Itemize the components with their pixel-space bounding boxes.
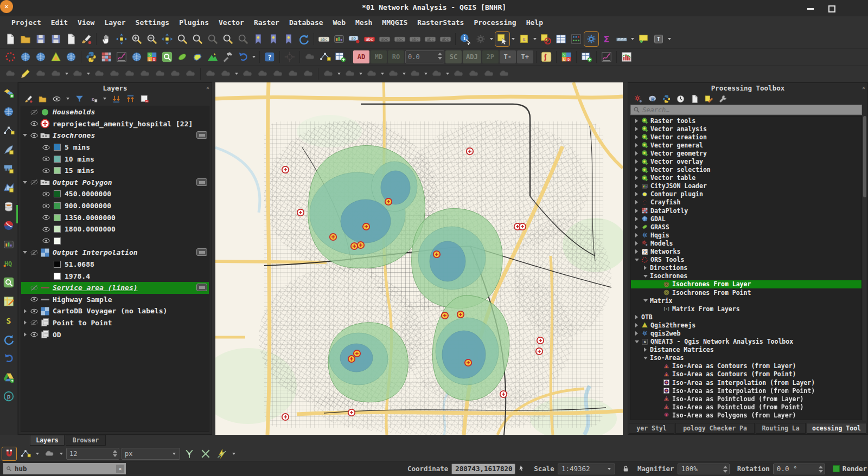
add-wms-layer-icon[interactable] xyxy=(18,50,33,64)
undo-map-caret[interactable] xyxy=(252,56,256,58)
algorithm-isochrones[interactable]: Isochrones xyxy=(631,272,861,280)
add-delimited-text-icon[interactable] xyxy=(2,124,16,138)
text-annotation-caret[interactable] xyxy=(668,38,671,40)
advanced-digitize-6-icon[interactable] xyxy=(301,67,315,81)
dock-tab-routing-la[interactable]: Routing La xyxy=(756,423,806,434)
layer-row-51-0688[interactable]: 51.0688 xyxy=(21,259,209,271)
advanced-digitize-3-icon[interactable] xyxy=(256,67,270,81)
gdrive-layer-icon[interactable] xyxy=(2,370,16,384)
algorithm-iso-areas[interactable]: Iso-Areas xyxy=(631,354,861,362)
bookmark-manager-icon[interactable] xyxy=(282,32,296,46)
cad-construction-icon[interactable] xyxy=(283,50,297,64)
menu-plugins[interactable]: Plugins xyxy=(174,17,214,28)
eye-visible-icon[interactable] xyxy=(29,131,40,140)
eye-visible-icon[interactable] xyxy=(41,202,52,210)
manage-map-themes-caret[interactable] xyxy=(66,98,69,100)
advanced-digitize-2-icon[interactable] xyxy=(240,67,254,81)
digitize-2p[interactable]: 2P xyxy=(482,50,499,63)
elevation-tool-icon[interactable] xyxy=(206,50,220,64)
copy-features-icon[interactable] xyxy=(138,67,152,81)
add-wcs-layer-icon[interactable] xyxy=(2,105,16,119)
pin-tool-icon[interactable] xyxy=(303,50,317,64)
processing-panel-close-icon[interactable]: ✕ xyxy=(862,85,865,91)
snapping-on-intersection-button[interactable] xyxy=(199,447,213,460)
pin-labels-icon[interactable] xyxy=(347,32,361,46)
menu-raster[interactable]: Raster xyxy=(249,17,284,28)
manage-map-themes-icon[interactable] xyxy=(51,93,62,104)
algorithm-vector-overlay[interactable]: Vector overlay xyxy=(631,157,861,165)
mouse-position-icon[interactable] xyxy=(518,465,526,473)
contour-tool-icon[interactable] xyxy=(190,50,205,64)
edit-widget-chip[interactable] xyxy=(196,284,207,291)
algorithm-iso-area-as-interpolation-from-point-[interactable]: Iso-Area as Interpolation (from Point) xyxy=(631,387,861,395)
dock-tab-browser[interactable]: Browser xyxy=(66,435,106,446)
algorithm-qneat3-qgis-network-analysis-toolbox[interactable]: QNEAT3 - Qgis Network Analysis Toolbox xyxy=(631,338,861,346)
saga-provider-icon[interactable] xyxy=(2,313,16,327)
algorithm-crayfish[interactable]: Crayfish xyxy=(631,198,861,207)
eye-visible-icon[interactable] xyxy=(29,119,40,128)
menu-database[interactable]: Database xyxy=(284,17,328,28)
zoom-to-selection-icon[interactable] xyxy=(175,32,189,46)
menu-processing[interactable]: Processing xyxy=(469,17,521,28)
highlight-pinned-labels-icon[interactable] xyxy=(362,32,376,46)
algorithm-vector-table[interactable]: Vector table xyxy=(631,174,861,182)
layer-row-900-0000000[interactable]: 900.0000000 xyxy=(21,200,209,212)
expand-all-icon[interactable] xyxy=(111,93,122,104)
dock-tab-ocessing-tool[interactable]: ocessing Tool xyxy=(807,423,866,434)
digitize-md[interactable]: MD xyxy=(371,50,387,63)
select-by-expression-caret[interactable] xyxy=(533,38,537,40)
undo-map-icon[interactable] xyxy=(236,50,250,64)
snapping-mode-button[interactable] xyxy=(18,447,33,460)
menu-vector[interactable]: Vector xyxy=(214,17,249,28)
add-postgis-layer-icon[interactable] xyxy=(2,162,16,176)
save-project-as-icon[interactable] xyxy=(49,32,63,46)
digitize-adj[interactable]: ADJ xyxy=(463,50,481,63)
offset-curve-icon[interactable] xyxy=(482,67,496,81)
digitize-sc[interactable]: SC xyxy=(445,50,462,63)
eye-hidden-icon[interactable] xyxy=(29,108,40,117)
shape-digitize-2-icon[interactable] xyxy=(343,67,357,81)
vertex-tool-icon[interactable] xyxy=(71,67,85,81)
statistics-panel-icon[interactable] xyxy=(569,32,583,46)
metasearch-icon[interactable] xyxy=(34,50,48,64)
magnifier-input[interactable]: 100% xyxy=(678,464,730,474)
select-features-caret[interactable] xyxy=(512,38,515,40)
maximize-button[interactable] xyxy=(827,4,835,12)
models-menu-icon[interactable] xyxy=(633,93,643,104)
digitize-ro[interactable]: RO xyxy=(388,50,404,63)
remove-layer-icon[interactable] xyxy=(139,93,150,104)
algorithm-vector-selection[interactable]: Vector selection xyxy=(631,166,861,174)
toggle-editing-icon[interactable] xyxy=(18,67,33,81)
dataplotly-icon[interactable] xyxy=(99,50,113,64)
shape-digitize-3-caret[interactable] xyxy=(381,73,384,75)
eye-visible-icon[interactable] xyxy=(29,330,40,339)
layer-board-icon[interactable] xyxy=(145,50,159,64)
map-tips-icon[interactable] xyxy=(636,32,650,46)
algorithm-contour-plugin[interactable]: Contour plugin xyxy=(631,190,861,198)
snapping-type-button[interactable] xyxy=(42,447,56,460)
coordinate-input[interactable]: 288743,1617820 xyxy=(451,464,515,474)
render-checkbox[interactable] xyxy=(833,465,840,472)
advanced-digitize-5-icon[interactable] xyxy=(286,67,300,81)
select-by-expression-icon[interactable] xyxy=(517,32,531,46)
layers-panel-close-icon[interactable]: ✕ xyxy=(206,85,209,91)
algorithm-qgis2threejs[interactable]: Qgis2threejs xyxy=(631,321,861,329)
eye-hidden-icon[interactable] xyxy=(29,318,40,327)
route-tool-icon[interactable] xyxy=(539,50,553,64)
ors-tools-icon[interactable] xyxy=(3,50,17,64)
layer-row-isochrones[interactable]: Isochrones xyxy=(21,130,209,141)
add-vector-layer-icon[interactable] xyxy=(2,86,16,100)
zoom-in-icon[interactable] xyxy=(130,32,144,46)
menu-view[interactable]: View xyxy=(73,17,99,28)
osm-place-search-icon[interactable] xyxy=(130,50,144,64)
menu-edit[interactable]: Edit xyxy=(46,17,73,28)
new-project-icon[interactable] xyxy=(3,32,17,46)
open-layer-styling-icon[interactable] xyxy=(23,93,34,104)
open-project-icon[interactable] xyxy=(18,32,33,46)
digitize-ad[interactable]: AD xyxy=(353,50,369,63)
menu-settings[interactable]: Settings xyxy=(131,17,175,28)
locator-search-input[interactable]: hub ✕ xyxy=(3,463,126,474)
add-mesh-layer-icon[interactable] xyxy=(2,181,16,195)
zoom-to-layer-icon[interactable] xyxy=(190,32,205,46)
delete-selected-icon[interactable] xyxy=(107,67,122,81)
